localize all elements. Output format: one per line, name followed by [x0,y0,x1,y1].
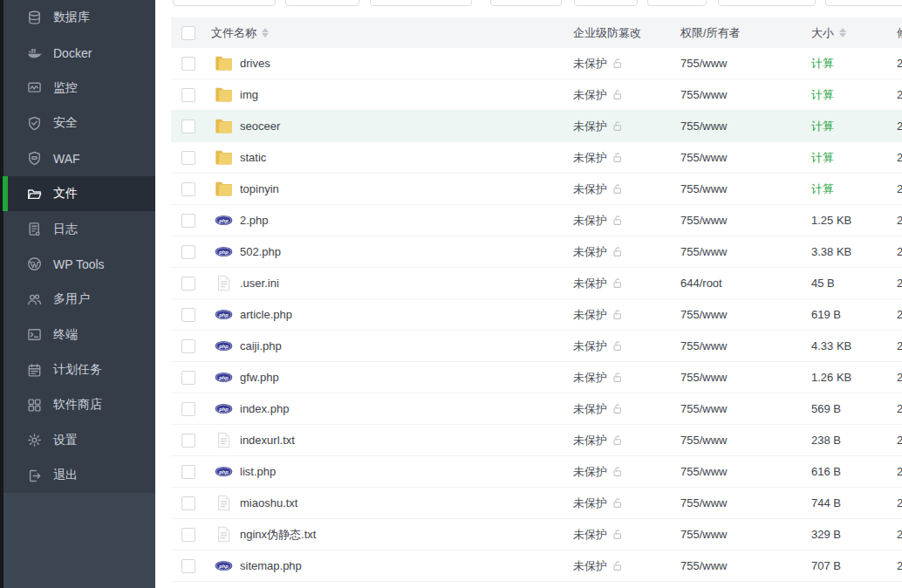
file-row[interactable]: php gfw.php 未保护 755/www 1.26 KB 2 [171,362,902,393]
php-icon: php [215,463,233,480]
sidebar-item-docker[interactable]: Docker [3,35,155,70]
file-row[interactable]: nginx伪静态.txt 未保护 755/www 329 B 2 [171,519,902,550]
file-name[interactable]: static [240,151,266,164]
calculate-size-link[interactable]: 计算 [811,150,897,166]
lock-open-icon [612,183,623,195]
file-name[interactable]: miaoshu.txt [240,496,297,509]
sort-name-caret[interactable] [262,28,269,38]
sort-size-caret[interactable] [839,28,846,38]
row-checkbox[interactable] [181,245,195,259]
permission-owner: 755/www [680,465,811,478]
file-name[interactable]: sitemap.php [240,559,302,572]
sidebar-item-multi-user[interactable]: 多用户 [3,282,155,317]
file-name[interactable]: nginx伪静态.txt [240,527,316,543]
select-all-checkbox[interactable] [181,26,195,40]
row-checkbox[interactable] [181,182,195,196]
file-name[interactable]: list.php [240,465,276,478]
toolbar-button-cutoff-8[interactable] [825,0,902,6]
file-row[interactable]: drives 未保护 755/www 计算 2 [171,48,902,79]
file-name[interactable]: img [240,88,258,101]
php-icon: php [215,212,233,229]
calculate-size-link[interactable]: 计算 [811,181,897,197]
row-checkbox[interactable] [181,214,195,228]
file-row[interactable]: static 未保护 755/www 计算 2 [171,142,902,174]
file-row[interactable]: php list.php 未保护 755/www 616 B 2 [171,456,902,488]
sidebar-item-database[interactable]: 数据库 [3,0,155,35]
file-row[interactable]: php 2.php 未保护 755/www 1.25 KB 2 [171,205,902,236]
sidebar-item-terminal[interactable]: 终端 [3,318,155,352]
calculate-size-link[interactable]: 计算 [811,87,897,103]
file-name[interactable]: gfw.php [240,371,279,384]
calculate-size-link[interactable]: 计算 [811,56,897,72]
file-name[interactable]: drives [240,57,270,70]
sidebar-item-logs[interactable]: 日志 [3,211,155,246]
file-name[interactable]: seoceer [240,120,280,133]
row-checkbox[interactable] [181,88,195,102]
toolbar-button-cutoff-3[interactable] [370,0,472,6]
sidebar-item-security[interactable]: 安全 [3,106,155,140]
lock-open-icon [612,152,623,163]
lock-open-icon [612,497,623,509]
lock-open-icon [612,403,623,414]
toolbar-button-cutoff-7[interactable] [718,0,816,6]
shield-check-icon [27,116,42,131]
sidebar-item-app-store[interactable]: 软件商店 [3,387,155,422]
file-name[interactable]: article.php [240,308,292,321]
file-name[interactable]: 502.php [240,245,281,258]
row-checkbox[interactable] [181,402,195,416]
toolbar-button-cutoff-6[interactable] [647,0,707,6]
php-icon: php [215,243,233,260]
row-checkbox[interactable] [181,465,195,479]
file-row[interactable]: php 502.php 未保护 755/www 3.38 KB 2 [171,236,902,268]
php-icon: php [215,338,233,354]
waf-shield-icon [27,151,42,166]
row-checkbox[interactable] [181,339,195,353]
file-size: 1.26 KB [811,371,897,384]
file-row[interactable]: img 未保护 755/www 计算 2 [171,79,902,111]
file-row[interactable]: indexurl.txt 未保护 755/www 238 B 2 [171,425,902,456]
row-checkbox[interactable] [181,371,195,385]
row-checkbox[interactable] [181,120,195,133]
row-checkbox[interactable] [181,434,195,448]
sidebar-item-label: 日志 [53,222,78,237]
row-checkbox[interactable] [181,57,195,71]
file-row[interactable]: miaoshu.txt 未保护 755/www 744 B 2 [171,488,902,519]
file-row[interactable]: php index.php 未保护 755/www 569 B 2 [171,393,902,425]
file-name[interactable]: 2.php [240,214,269,227]
sidebar-item-waf[interactable]: WAF [3,141,155,176]
lock-open-icon [612,277,623,289]
row-checkbox[interactable] [181,308,195,322]
row-checkbox[interactable] [181,559,195,573]
sidebar-item-cron[interactable]: 计划任务 [3,352,155,387]
toolbar-button-cutoff-2[interactable] [285,0,359,6]
toolbar-button-cutoff-1[interactable] [173,0,276,6]
column-header-perm: 权限/所有者 [680,25,811,41]
file-row[interactable]: .user.ini 未保护 644/root 45 B 2 [171,268,902,299]
row-checkbox[interactable] [181,528,195,542]
sidebar-item-logout[interactable]: 退出 [3,458,155,493]
file-row[interactable]: topinyin 未保护 755/www 计算 2 [171,174,902,205]
file-name[interactable]: caiji.php [240,339,282,352]
sidebar-item-monitor[interactable]: 监控 [3,71,155,106]
toolbar-button-cutoff-4[interactable] [490,0,562,6]
file-name[interactable]: index.php [240,402,289,415]
file-row[interactable]: php caiji.php 未保护 755/www 4.33 KB 2 [171,331,902,362]
modified-time: 2 [897,214,902,227]
file-row[interactable]: php article.php 未保护 755/www 619 B 2 [171,299,902,331]
protect-status: 未保护 [573,464,607,480]
file-name[interactable]: .user.ini [240,277,279,290]
file-row[interactable]: php sitemap.php 未保护 755/www 707 B 2 [171,550,902,582]
sidebar-item-wp-tools[interactable]: WP Tools [3,247,155,282]
row-checkbox[interactable] [181,496,195,510]
file-name[interactable]: indexurl.txt [240,434,295,447]
file-row[interactable]: seoceer 未保护 755/www 计算 2 [171,111,902,142]
file-name[interactable]: topinyin [240,182,279,195]
calculate-size-link[interactable]: 计算 [811,119,897,134]
folder-open-icon [27,187,42,202]
row-checkbox[interactable] [181,277,195,291]
sidebar-item-files[interactable]: 文件 [3,176,155,211]
permission-owner: 755/www [680,402,811,415]
row-checkbox[interactable] [181,151,195,165]
toolbar-button-cutoff-5[interactable] [574,0,638,6]
sidebar-item-settings[interactable]: 设置 [3,423,155,458]
